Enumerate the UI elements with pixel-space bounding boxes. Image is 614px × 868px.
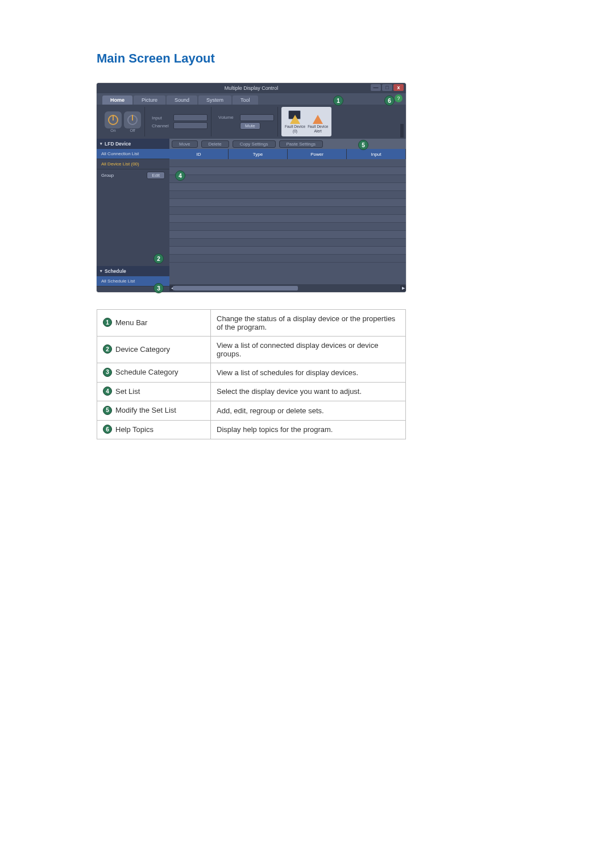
legend-desc: Add, edit, regroup or delete sets. [211,401,406,421]
table-row[interactable] [169,183,406,191]
warning-icon [290,115,300,124]
fault-device-alert[interactable]: Fault Device Alert [308,110,328,132]
tab-system[interactable]: System [198,95,231,105]
power-off-label: Off [130,128,135,132]
tab-picture[interactable]: Picture [134,95,165,105]
app-window: Multiple Display Control — □ x Home Pict… [97,83,406,292]
table-row[interactable] [169,191,406,199]
legend-label: Device Category [115,345,170,354]
main-pane: Move Delete Copy Settings Paste Settings… [169,139,406,292]
power-on-label: On [110,128,115,132]
bullet-6: 6 [103,425,112,434]
power-group: On Off [101,107,145,136]
legend-desc: Display help topics for the program. [211,420,406,439]
table-header: ID Type Power Input [169,149,406,159]
callout-5: 5 [358,140,368,150]
power-off-button[interactable] [124,111,141,128]
callout-6: 6 [384,95,395,106]
fault-device-count[interactable]: Fault Device (0) [285,110,305,132]
ribbon-body: On Off Input Channel [97,105,406,139]
chevron-down-icon: ▾ [100,142,102,146]
window-controls: — □ x [371,84,404,91]
help-icon[interactable]: ? [395,94,403,102]
bullet-4: 4 [103,387,112,396]
content-area: ▾LFD Device All Connection List All Devi… [97,139,406,292]
power-on-button[interactable] [105,111,122,128]
volume-label: Volume [218,115,238,120]
bullet-2: 2 [103,344,112,354]
titlebar: Multiple Display Control — □ x [97,83,406,93]
col-id[interactable]: ID [169,149,229,159]
tab-tool[interactable]: Tool [233,95,258,105]
window-title: Multiple Display Control [225,85,279,91]
delete-button[interactable]: Delete [201,140,229,148]
input-label: Input [152,115,172,121]
tab-home[interactable]: Home [102,95,132,105]
sidebar-section-lfd[interactable]: ▾LFD Device [97,139,169,149]
input-group: Input Channel [148,107,211,136]
col-power[interactable]: Power [288,149,347,159]
channel-spinner[interactable] [173,122,208,129]
copy-settings-button[interactable]: Copy Settings [233,140,276,148]
table-row[interactable] [169,255,406,263]
move-button[interactable]: Move [172,140,198,148]
callout-1: 1 [333,95,343,106]
table-row[interactable] [169,199,406,207]
col-type[interactable]: Type [229,149,288,159]
legend-label: Menu Bar [115,318,147,327]
ribbon-tabs: Home Picture Sound System Tool [97,93,406,105]
sidebar-group-row: Group Edit [97,169,169,181]
mute-button[interactable]: Mute [240,122,260,130]
legend-row: 5Modify the Set List Add, edit, regroup … [97,401,406,421]
volume-slider[interactable] [240,114,274,121]
horizontal-scrollbar[interactable]: ◀ ▶ [169,284,406,292]
sidebar-lfd-label: LFD Device [105,141,131,147]
tab-sound[interactable]: Sound [167,95,197,105]
table-row[interactable] [169,215,406,223]
legend-label: Modify the Set List [115,406,176,414]
legend-desc: View a list of schedules for display dev… [211,363,406,383]
section-title: Main Screen Layout [97,51,517,66]
sidebar-all-device-list[interactable]: All Device List (00) [97,159,169,169]
sidebar-all-connection-list[interactable]: All Connection List [97,149,169,159]
legend-row: 6Help Topics Display help topics for the… [97,420,406,439]
table-row[interactable] [169,207,406,215]
legend-label: Schedule Category [115,368,179,376]
table-row[interactable] [169,175,406,183]
table-row[interactable] [169,231,406,239]
callout-2: 2 [154,254,164,264]
edit-group-button[interactable]: Edit [147,172,165,179]
table-row[interactable] [169,239,406,247]
callout-3: 3 [154,283,164,293]
minimize-button[interactable]: — [371,84,381,91]
close-button[interactable]: x [393,84,404,91]
bullet-1: 1 [103,318,112,327]
bullet-3: 3 [103,368,112,377]
sidebar-section-schedule[interactable]: ▾Schedule [97,266,169,276]
ribbon: Home Picture Sound System Tool ? On [97,93,406,139]
fault-device-alert-label: Fault Device Alert [308,124,328,132]
channel-label: Channel [152,123,172,128]
power-icon [108,115,118,125]
maximize-button[interactable]: □ [382,84,392,91]
table-row[interactable] [169,159,406,167]
col-input[interactable]: Input [347,149,406,159]
table-row[interactable] [169,167,406,175]
ribbon-expand-icon[interactable] [400,124,404,138]
sidebar: ▾LFD Device All Connection List All Devi… [97,139,169,292]
legend-desc: Select the display device you want to ad… [211,382,406,401]
input-select[interactable] [173,114,208,121]
bullet-5: 5 [103,406,112,415]
scroll-right-icon[interactable]: ▶ [400,285,406,291]
legend-desc: View a list of connected display devices… [211,337,406,363]
scroll-thumb[interactable] [173,286,298,290]
callout-4: 4 [175,171,185,181]
table-row[interactable] [169,247,406,255]
paste-settings-button[interactable]: Paste Settings [279,140,323,148]
table-body[interactable] [169,159,406,284]
fault-device-count-label: Fault Device (0) [285,124,305,132]
legend-label: Set List [115,387,140,396]
table-row[interactable] [169,223,406,231]
legend-label: Help Topics [115,425,154,434]
legend-table: 1Menu Bar Change the status of a display… [97,309,406,439]
